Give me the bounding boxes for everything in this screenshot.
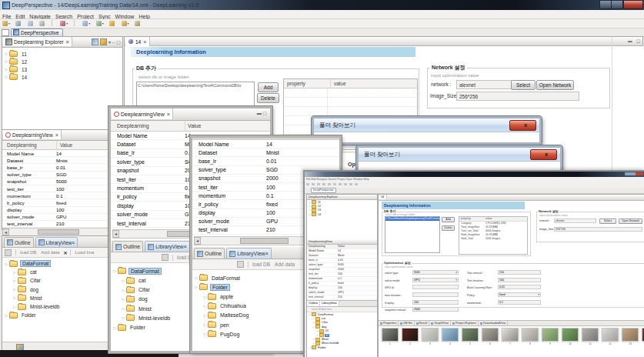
remove-icon[interactable]: ✕ bbox=[63, 250, 67, 255]
add-data-button[interactable]: Add data bbox=[275, 262, 295, 267]
mini-form-field[interactable] bbox=[412, 292, 459, 297]
tree-item-dog[interactable]: ▷dog bbox=[2, 285, 122, 294]
debug-icon[interactable] bbox=[96, 21, 102, 26]
tree-item-11[interactable]: ▷11 bbox=[2, 50, 122, 58]
editor-minmax-icons[interactable]: ▬ ▢ bbox=[628, 38, 642, 43]
table-row[interactable]: Valid_Total2000 Images bbox=[459, 237, 527, 241]
close-icon[interactable] bbox=[265, 251, 269, 256]
table-row[interactable]: Model Name14 bbox=[192, 140, 339, 148]
dropdown-caret[interactable]: ▾ bbox=[66, 22, 68, 25]
home-icon[interactable] bbox=[5, 249, 12, 256]
table-row[interactable]: display100 bbox=[2, 207, 122, 214]
close-button[interactable] bbox=[623, 0, 643, 9]
collapse-all-icon[interactable] bbox=[92, 38, 98, 45]
home-icon[interactable] bbox=[237, 261, 244, 268]
column-header[interactable]: Deeplearning bbox=[2, 141, 57, 149]
tab-outline[interactable]: Outline bbox=[194, 248, 225, 259]
mini-delete-button[interactable]: Delete bbox=[442, 225, 455, 231]
perspective-switcher-icon[interactable] bbox=[2, 29, 9, 36]
close-icon[interactable] bbox=[72, 240, 75, 245]
mini-form-field[interactable]: GPU bbox=[412, 278, 459, 282]
back-icon[interactable] bbox=[122, 21, 127, 26]
mini-tab-result[interactable]: Result bbox=[415, 321, 430, 325]
tree-item-Mnist-leveldb[interactable]: ▷Mnist-leveldb bbox=[2, 302, 122, 311]
tree-item-13[interactable]: ▷13 bbox=[2, 65, 122, 73]
load-db-button[interactable]: load DB bbox=[252, 262, 270, 267]
mini-select-button[interactable]: Select bbox=[599, 219, 616, 224]
mini-size-value[interactable]: 256*256 bbox=[554, 227, 642, 232]
table-row[interactable]: momentum0.1 bbox=[2, 192, 122, 199]
minmax-icons[interactable]: ▬ ▢ bbox=[257, 110, 267, 115]
image-size-field[interactable]: 256*256 bbox=[456, 92, 579, 101]
thumbnail-7[interactable]: 7 bbox=[500, 328, 520, 348]
scrollbar-thumb[interactable] bbox=[38, 229, 79, 235]
tree-item-12[interactable]: ▷12 bbox=[2, 58, 122, 65]
tree-item-DataFormat[interactable]: ▷DataFormat bbox=[2, 259, 122, 268]
column-header[interactable]: Deeplearning bbox=[111, 121, 185, 131]
thumbnail-6[interactable]: 6 bbox=[480, 328, 500, 348]
mini-form-field[interactable]: 0.1 bbox=[498, 300, 541, 305]
tree-item-14[interactable]: ▷14 bbox=[307, 212, 377, 216]
load-db-button[interactable]: load DB bbox=[20, 250, 36, 255]
close-icon[interactable] bbox=[167, 112, 170, 117]
print-icon[interactable] bbox=[39, 21, 45, 26]
tab-outline[interactable]: Outline bbox=[4, 237, 34, 247]
close-icon[interactable] bbox=[143, 39, 146, 45]
maximize-button[interactable] bbox=[611, 0, 623, 9]
mini-form-field[interactable]: SGD bbox=[412, 270, 459, 275]
view-menu-icon[interactable]: ▾ bbox=[108, 39, 111, 45]
mini-db-listbox[interactable]: C:\Users\Home\Desktop\deeplearning\Test4… bbox=[385, 216, 440, 253]
tab-libraryview[interactable]: LibraryView bbox=[35, 237, 78, 247]
tab-libraryview[interactable]: LibraryView bbox=[145, 241, 190, 252]
run-icon[interactable] bbox=[82, 21, 88, 26]
mini-form-field[interactable] bbox=[412, 285, 459, 289]
mini-form-field[interactable]: 100 bbox=[412, 300, 459, 305]
maximize-icon[interactable]: ▢ bbox=[116, 39, 121, 45]
mini-form-field[interactable]: fixed bbox=[498, 292, 541, 297]
close-icon[interactable] bbox=[66, 39, 69, 45]
thumbnail-10[interactable]: 10 bbox=[560, 328, 580, 348]
tree-item-Folder[interactable]: ▷Folder bbox=[2, 311, 122, 319]
thumbnail-9[interactable]: 9 bbox=[540, 328, 560, 348]
save-icon[interactable] bbox=[15, 21, 21, 26]
dialog-close-button[interactable] bbox=[530, 149, 557, 160]
tree-item-Folder[interactable]: ▷Folder bbox=[307, 345, 377, 349]
explorer-tab[interactable]: Deeplearning Explorer bbox=[3, 37, 72, 46]
column-header[interactable]: property bbox=[284, 79, 331, 88]
table-row[interactable]: DatasetMnist bbox=[2, 157, 122, 164]
dropdown-caret[interactable]: ▾ bbox=[8, 22, 10, 25]
mini-form-field[interactable]: 210 bbox=[498, 270, 541, 275]
mini-open-network-button[interactable]: Open Network bbox=[619, 219, 642, 224]
minimize-button[interactable] bbox=[599, 0, 612, 9]
table-row[interactable]: lr_policyfixed bbox=[2, 199, 122, 206]
network-value-field[interactable]: alexnet bbox=[456, 80, 512, 89]
table-row[interactable]: solver_typeSGD bbox=[2, 172, 122, 178]
select-button[interactable]: Select bbox=[511, 80, 536, 90]
mini-tab-properties[interactable]: Properties bbox=[379, 321, 399, 325]
add-button[interactable]: Add bbox=[258, 82, 279, 92]
table-row[interactable]: test_iter100 bbox=[2, 185, 122, 192]
editor-tab-14[interactable]: 14 bbox=[125, 37, 150, 46]
dropdown-caret[interactable]: ▾ bbox=[128, 22, 129, 25]
thumbnail-5[interactable]: 5 bbox=[460, 328, 480, 348]
thumbnail-14[interactable]: 14 bbox=[640, 328, 644, 348]
mini-tab-db-file[interactable]: DB file bbox=[399, 321, 414, 325]
tab-outline[interactable]: Outline bbox=[112, 241, 143, 252]
tree-item-cat[interactable]: ▷cat bbox=[2, 268, 122, 276]
mini-tab-project-explorer[interactable]: Project Explorer bbox=[451, 321, 479, 325]
deeplearningview-tab[interactable]: DeeplearningView bbox=[3, 130, 62, 139]
tree-item-Cifar[interactable]: ▷Cifar bbox=[2, 276, 122, 285]
mini-db-path-selected[interactable]: C:\Users\Home\Desktop\deeplearning\Test4… bbox=[385, 217, 439, 221]
dropdown-caret[interactable]: ▾ bbox=[102, 22, 104, 25]
table-row[interactable]: DatasetMnist bbox=[192, 148, 339, 157]
new-wizard-icon[interactable] bbox=[2, 21, 8, 26]
column-header[interactable]: Value bbox=[57, 141, 72, 149]
db-path-item[interactable]: C:\Users\Home\Desktop\deeplearning\Test4… bbox=[137, 82, 254, 88]
forward-icon[interactable] bbox=[135, 21, 140, 26]
delete-button[interactable]: Delete bbox=[257, 93, 279, 103]
column-header[interactable]: value bbox=[331, 79, 346, 88]
tree-item-14[interactable]: ▷14 bbox=[2, 73, 122, 81]
tree-item-Mnist[interactable]: ▷Mnist bbox=[2, 294, 122, 302]
mini-form-field[interactable]: 0.01 bbox=[498, 285, 541, 289]
brush-icon[interactable] bbox=[60, 21, 65, 26]
